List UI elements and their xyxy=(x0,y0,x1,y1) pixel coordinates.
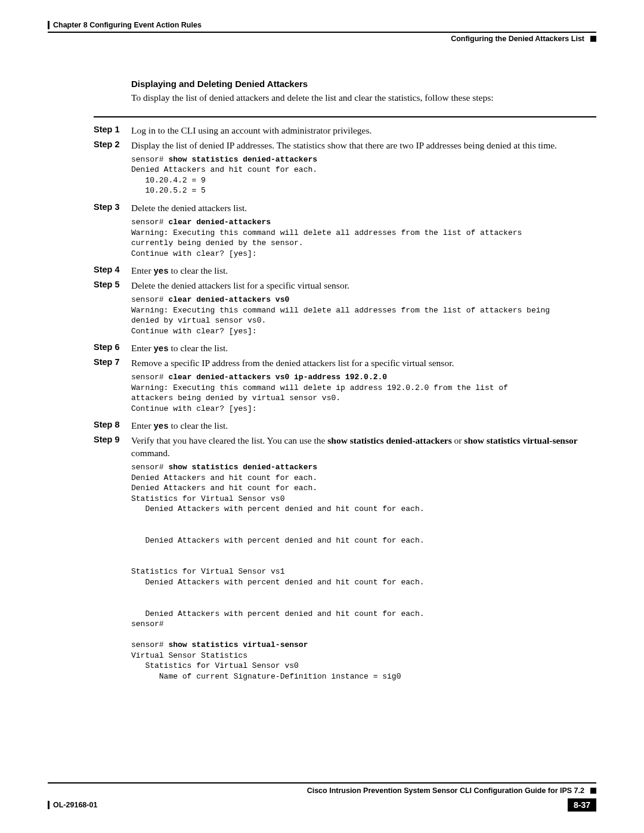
code-command: show statistics denied-attackers xyxy=(168,155,317,164)
code-command: show statistics denied-attackers xyxy=(168,463,317,472)
section-heading: Displaying and Deleting Denied Attackers xyxy=(131,79,596,89)
code-prompt: sensor# xyxy=(131,218,168,227)
step-label: Step 4 xyxy=(94,265,131,277)
step-text: Enter yes to clear the list. xyxy=(131,342,228,355)
step-text: Verify that you have cleared the list. Y… xyxy=(131,435,596,460)
step-text: Remove a specific IP address from the de… xyxy=(131,357,454,370)
footer-rule xyxy=(48,782,596,784)
code-body: Warning: Executing this command will del… xyxy=(131,383,513,413)
step-3: Step 3 Delete the denied attackers list. xyxy=(131,202,596,215)
footer-square-icon xyxy=(590,788,596,794)
step-5: Step 5 Delete the denied attackers list … xyxy=(131,280,596,292)
step-label: Step 6 xyxy=(94,342,131,355)
step-9: Step 9 Verify that you have cleared the … xyxy=(131,435,596,460)
code-command: show statistics virtual-sensor xyxy=(168,640,308,649)
step-text: Enter yes to clear the list. xyxy=(131,420,228,432)
step-label: Step 5 xyxy=(94,280,131,292)
code-command: clear denied-attackers xyxy=(168,218,271,227)
code-block-3: sensor# clear denied-attackers vs0 Warni… xyxy=(131,295,596,336)
step-text: Enter yes to clear the list. xyxy=(131,265,228,277)
chapter-label: Chapter 8 Configuring Event Action Rules xyxy=(48,21,202,29)
code-prompt: sensor# xyxy=(131,463,168,472)
code-prompt: sensor# xyxy=(131,640,168,649)
step-text: Display the list of denied IP addresses.… xyxy=(131,140,557,152)
code-block-5: sensor# show statistics denied-attackers… xyxy=(131,462,596,682)
header-square-icon xyxy=(590,36,596,42)
step-label: Step 3 xyxy=(94,202,131,215)
code-body: Denied Attackers and hit count for each.… xyxy=(131,473,424,629)
steps-separator xyxy=(94,116,596,117)
step-4: Step 4 Enter yes to clear the list. xyxy=(131,265,596,277)
step-label: Step 7 xyxy=(94,357,131,370)
code-body: Warning: Executing this command will del… xyxy=(131,306,555,336)
step-label: Step 9 xyxy=(94,435,131,460)
step-label: Step 8 xyxy=(94,420,131,432)
code-body: Denied Attackers and hit count for each.… xyxy=(131,165,317,195)
step-1: Step 1 Log in to the CLI using an accoun… xyxy=(131,125,596,137)
code-command: clear denied-attackers vs0 ip-address 19… xyxy=(168,373,387,382)
step-2: Step 2 Display the list of denied IP add… xyxy=(131,140,596,152)
footer-page-number: 8-37 xyxy=(568,798,596,812)
step-text: Delete the denied attackers list. xyxy=(131,202,247,215)
step-text: Delete the denied attackers list for a s… xyxy=(131,280,349,292)
step-7: Step 7 Remove a specific IP address from… xyxy=(131,357,596,370)
code-block-1: sensor# show statistics denied-attackers… xyxy=(131,154,596,196)
step-8: Step 8 Enter yes to clear the list. xyxy=(131,420,596,432)
footer-guide-title: Cisco Intrusion Prevention System Sensor… xyxy=(48,786,584,795)
header-rule xyxy=(48,32,596,33)
step-text: Log in to the CLI using an account with … xyxy=(131,125,371,137)
footer-doc-number: OL-29168-01 xyxy=(48,801,97,809)
section-intro: To display the list of denied attackers … xyxy=(131,92,596,103)
step-label: Step 1 xyxy=(94,125,131,137)
code-body: Warning: Executing this command will del… xyxy=(131,228,527,258)
code-block-2: sensor# clear denied-attackers Warning: … xyxy=(131,217,596,259)
code-prompt: sensor# xyxy=(131,155,168,164)
step-6: Step 6 Enter yes to clear the list. xyxy=(131,342,596,355)
footer: Cisco Intrusion Prevention System Sensor… xyxy=(48,782,596,812)
code-prompt: sensor# xyxy=(131,373,168,382)
step-label: Step 2 xyxy=(94,140,131,152)
code-command: clear denied-attackers vs0 xyxy=(168,295,289,304)
code-prompt: sensor# xyxy=(131,295,168,304)
subheader-title: Configuring the Denied Attackers List xyxy=(451,35,584,43)
code-body: Virtual Sensor Statistics Statistics for… xyxy=(131,651,401,681)
code-block-4: sensor# clear denied-attackers vs0 ip-ad… xyxy=(131,372,596,414)
